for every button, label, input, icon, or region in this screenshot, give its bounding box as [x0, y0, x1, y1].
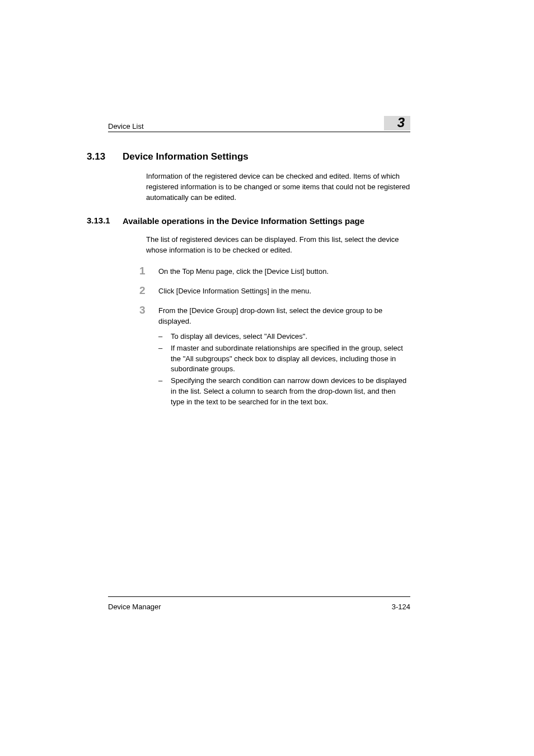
chapter-number-badge: 3 — [384, 116, 410, 130]
substep-text: If master and subordinate relationships … — [171, 343, 410, 375]
section-body-text: Information of the registered device can… — [146, 171, 410, 203]
dash-icon: – — [158, 332, 171, 342]
footer-title: Device Manager — [108, 603, 161, 611]
section-title: Device Information Settings — [123, 151, 249, 162]
step-item: 3 From the [Device Group] drop-down list… — [139, 306, 410, 327]
subsection-body-text: The list of registered devices can be di… — [146, 235, 410, 256]
step-text: From the [Device Group] drop-down list, … — [158, 306, 410, 327]
substep-item: – If master and subordinate relationship… — [158, 343, 410, 375]
page-header: Device List 3 — [108, 116, 410, 132]
step-number: 1 — [139, 265, 158, 276]
substep-list: – To display all devices, select "All De… — [158, 332, 410, 408]
step-item: 1 On the Top Menu page, click the [Devic… — [139, 267, 410, 277]
substep-item: – To display all devices, select "All De… — [158, 332, 410, 342]
page-body: Device List 3 3.13 Device Information Se… — [108, 116, 410, 409]
footer-page-number: 3-124 — [392, 603, 410, 611]
subsection-heading: 3.13.1 Available operations in the Devic… — [87, 216, 410, 227]
section-heading: 3.13 Device Information Settings — [87, 151, 410, 162]
dash-icon: – — [158, 343, 171, 354]
subsection-title: Available operations in the Device Infor… — [123, 216, 364, 227]
page-footer: Device Manager 3-124 — [108, 596, 410, 611]
step-text: Click [Device Information Settings] in t… — [158, 286, 311, 297]
substep-item: – Specifying the search condition can na… — [158, 376, 410, 408]
step-item: 2 Click [Device Information Settings] in… — [139, 286, 410, 297]
step-text: On the Top Menu page, click the [Device … — [158, 267, 329, 277]
dash-icon: – — [158, 376, 171, 386]
step-number: 3 — [139, 305, 158, 315]
step-number: 2 — [139, 285, 158, 296]
substep-text: To display all devices, select "All Devi… — [171, 332, 307, 342]
substep-text: Specifying the search condition can narr… — [171, 376, 410, 408]
header-section-name: Device List — [108, 122, 144, 130]
section-number: 3.13 — [87, 151, 123, 162]
subsection-number: 3.13.1 — [87, 216, 123, 225]
